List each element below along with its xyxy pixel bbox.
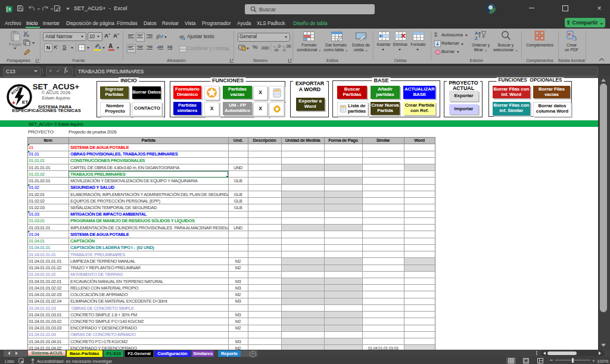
svg-text:Z: Z: [475, 36, 478, 41]
svg-text:ab: ab: [179, 34, 184, 39]
svg-text:ab: ab: [156, 33, 162, 40]
svg-text:P: P: [568, 33, 571, 36]
